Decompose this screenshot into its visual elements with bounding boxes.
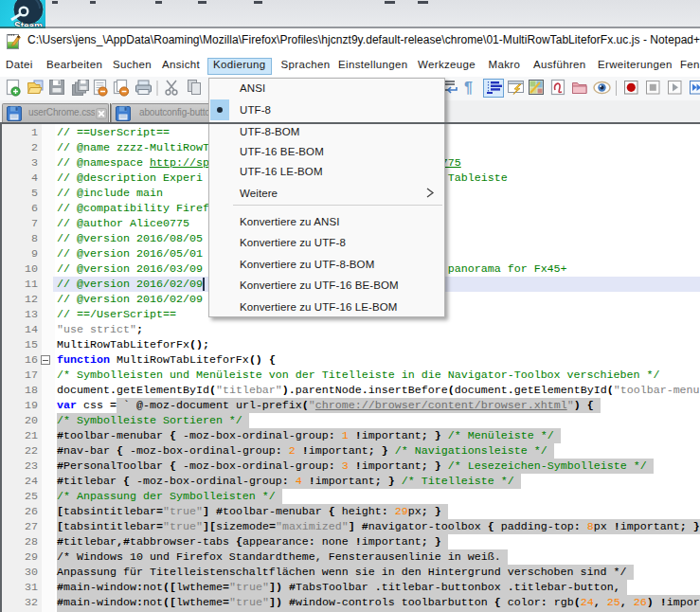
svg-text:¶: ¶ [464, 80, 473, 96]
